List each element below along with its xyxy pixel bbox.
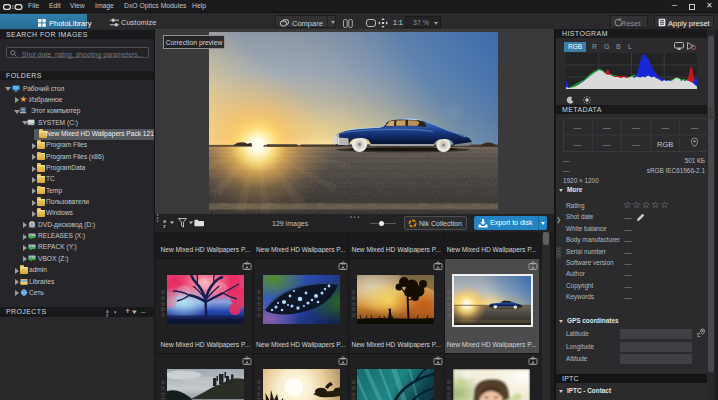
svg-text:—: — [602, 123, 610, 132]
svg-text:—: — [632, 123, 640, 132]
svg-text:RGB: RGB [657, 140, 673, 149]
svg-text:z: z [163, 223, 166, 228]
svg-text:—: — [602, 140, 610, 149]
svg-text:z: z [106, 313, 109, 317]
svg-text:—: — [573, 123, 581, 132]
svg-text:—: — [690, 123, 698, 132]
svg-text:—: — [632, 140, 640, 149]
svg-text:—: — [661, 123, 669, 132]
svg-text:—: — [573, 140, 581, 149]
